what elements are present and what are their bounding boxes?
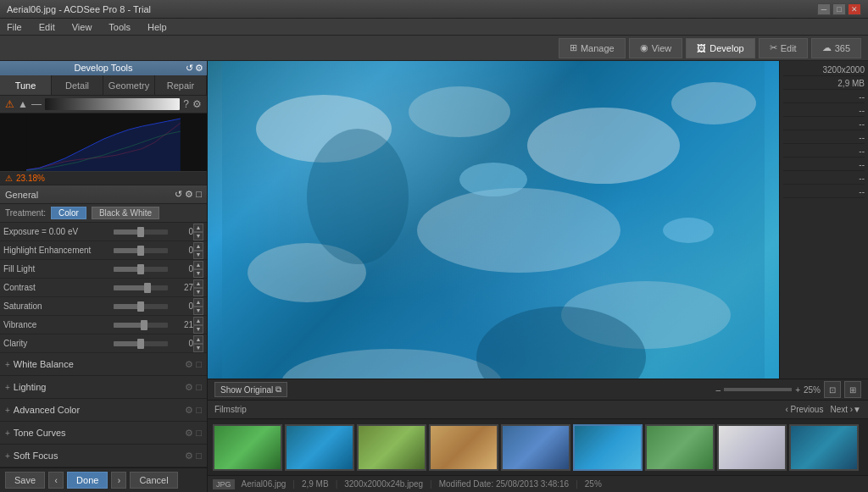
clarity-down[interactable]: ▼ <box>193 344 203 352</box>
thumb-4[interactable] <box>429 424 498 471</box>
main-image[interactable] <box>208 61 779 379</box>
thumb-2[interactable] <box>285 424 354 471</box>
menu-file[interactable]: File <box>3 22 25 32</box>
clarity-slider[interactable] <box>114 341 168 346</box>
thumb-5[interactable] <box>501 424 570 471</box>
soft-focus-header[interactable]: + Soft Focus ⚙ □ <box>0 445 207 467</box>
save-button[interactable]: Save <box>5 472 45 489</box>
tab-edit[interactable]: ✂ Edit <box>759 38 808 58</box>
maximize-button[interactable]: □ <box>832 3 846 15</box>
done-button[interactable]: Done <box>67 472 108 489</box>
contrast-up[interactable]: ▲ <box>193 279 203 288</box>
tone-curves-header[interactable]: + Tone Curves ⚙ □ <box>0 422 207 444</box>
tab-detail[interactable]: Detail <box>52 75 103 95</box>
lighting-header[interactable]: + Lighting ⚙ □ <box>0 376 207 398</box>
tab-develop[interactable]: 🖼 Develop <box>686 38 754 58</box>
tc-settings-icon[interactable]: ⚙ <box>185 428 193 439</box>
cancel-button[interactable]: Cancel <box>130 472 177 489</box>
tab-365[interactable]: ☁ 365 <box>811 38 861 58</box>
actual-size-button[interactable]: ⊞ <box>844 381 861 398</box>
show-original-button[interactable]: Show Original ⧉ <box>214 382 287 397</box>
exposure-up[interactable]: ▲ <box>193 224 203 232</box>
highlight-slider[interactable] <box>114 248 168 253</box>
vibrance-down[interactable]: ▼ <box>193 325 203 334</box>
reset-icon[interactable]: ↺ <box>175 189 182 200</box>
treatment-label: Treatment: <box>5 208 46 218</box>
color-treatment-button[interactable]: Color <box>51 207 86 219</box>
highlight-spinner[interactable]: ▲ ▼ <box>193 242 203 259</box>
ac-settings-icon[interactable]: ⚙ <box>185 405 193 416</box>
close-button[interactable]: ✕ <box>848 3 861 15</box>
general-settings-icon[interactable]: ⚙ <box>185 189 193 200</box>
highlight-up[interactable]: ▲ <box>193 242 203 251</box>
sf-settings-icon[interactable]: ⚙ <box>185 451 193 462</box>
menu-tools[interactable]: Tools <box>105 22 134 32</box>
thumb-6[interactable] <box>573 424 643 471</box>
vibrance-up[interactable]: ▲ <box>193 317 203 325</box>
histogram <box>0 113 207 172</box>
fill-light-spinner[interactable]: ▲ ▼ <box>193 261 203 278</box>
zoom-slider[interactable] <box>724 388 792 391</box>
highlight-down[interactable]: ▼ <box>193 251 203 259</box>
exposure-spinner[interactable]: ▲ ▼ <box>193 224 203 240</box>
vibrance-spinner[interactable]: ▲ ▼ <box>193 317 203 334</box>
saturation-down[interactable]: ▼ <box>193 307 203 315</box>
thumb-3[interactable] <box>357 424 426 471</box>
fill-light-down[interactable]: ▼ <box>193 269 203 278</box>
lighting-settings-icon[interactable]: ⚙ <box>185 382 193 393</box>
thumb-9[interactable] <box>789 424 859 471</box>
menu-edit[interactable]: Edit <box>36 22 58 32</box>
zoom-minus-button[interactable]: – <box>716 385 721 395</box>
contrast-value: 27 <box>168 283 193 292</box>
contrast-spinner[interactable]: ▲ ▼ <box>193 279 203 296</box>
menu-help[interactable]: Help <box>144 22 170 32</box>
advanced-color-header[interactable]: + Advanced Color ⚙ □ <box>0 399 207 421</box>
bw-treatment-button[interactable]: Black & White <box>92 207 159 219</box>
saturation-up[interactable]: ▲ <box>193 298 203 307</box>
lighting-expand-icon[interactable]: □ <box>196 382 202 393</box>
thumb-8[interactable] <box>717 424 787 471</box>
expand-icon[interactable]: □ <box>196 189 202 200</box>
warning-icon[interactable]: ⚠ <box>5 98 14 110</box>
clarity-spinner[interactable]: ▲ ▼ <box>193 335 203 352</box>
contrast-slider[interactable] <box>114 285 168 290</box>
filmstrip-next-button[interactable]: Next › <box>830 405 853 414</box>
filmstrip-prev-button[interactable]: ‹ Previous <box>785 405 823 414</box>
tab-geometry[interactable]: Geometry <box>103 75 155 95</box>
thumb-1[interactable] <box>213 424 282 471</box>
minimize-button[interactable]: ─ <box>817 3 831 15</box>
ac-expand-icon[interactable]: □ <box>196 405 202 416</box>
tab-manage[interactable]: ⊞ Manage <box>559 38 626 58</box>
tab-repair[interactable]: Repair <box>155 75 207 95</box>
triangle-icon[interactable]: ▲ <box>18 98 28 110</box>
tab-tune[interactable]: Tune <box>0 75 52 95</box>
prev-button[interactable]: ‹ <box>48 472 64 489</box>
exposure-down[interactable]: ▼ <box>193 232 203 240</box>
menu-view[interactable]: View <box>69 22 96 32</box>
refresh-icon[interactable]: ↺ <box>186 63 193 74</box>
filmstrip-menu-button[interactable]: ▼ <box>853 405 861 414</box>
wb-settings-icon[interactable]: ⚙ <box>185 359 193 370</box>
saturation-spinner[interactable]: ▲ ▼ <box>193 298 203 315</box>
wb-expand-icon[interactable]: □ <box>196 359 202 370</box>
clarity-up[interactable]: ▲ <box>193 335 203 344</box>
zoom-plus-button[interactable]: + <box>795 385 800 395</box>
sf-expand-icon[interactable]: □ <box>196 451 202 462</box>
contrast-down[interactable]: ▼ <box>193 288 203 296</box>
filmstrip-scroll[interactable] <box>208 419 868 475</box>
next-button[interactable]: › <box>111 472 126 489</box>
vibrance-slider[interactable] <box>114 323 168 328</box>
question-icon[interactable]: ? <box>183 98 189 110</box>
fit-view-button[interactable]: ⊡ <box>824 381 841 398</box>
dash-icon[interactable]: — <box>31 98 42 110</box>
tab-view[interactable]: ◉ View <box>629 38 683 58</box>
fill-light-up[interactable]: ▲ <box>193 261 203 269</box>
gear-icon[interactable]: ⚙ <box>195 63 203 74</box>
white-balance-header[interactable]: + White Balance ⚙ □ <box>0 353 207 375</box>
thumb-7[interactable] <box>645 424 715 471</box>
fill-light-slider[interactable] <box>114 267 168 272</box>
tc-expand-icon[interactable]: □ <box>196 428 202 439</box>
exposure-slider[interactable] <box>114 229 168 235</box>
saturation-slider[interactable] <box>114 304 168 309</box>
settings-icon[interactable]: ⚙ <box>192 98 202 110</box>
